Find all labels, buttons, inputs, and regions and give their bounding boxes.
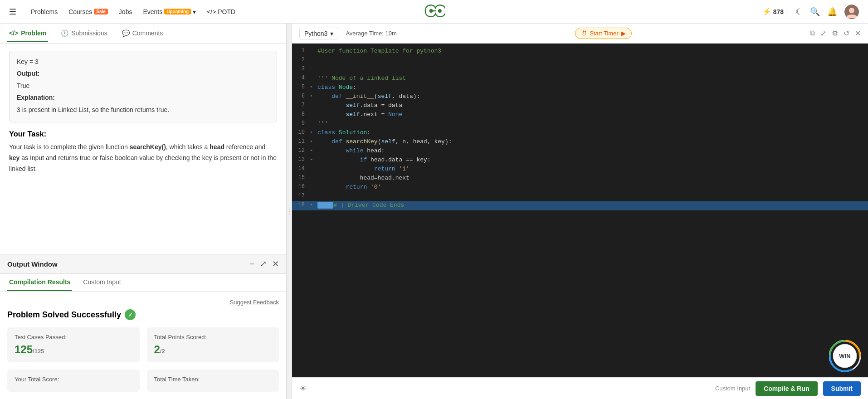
code-line-11: 11 ▸ def searchKey(self, n, head, key): (292, 138, 868, 147)
tab-submissions[interactable]: 🕐 Submissions (59, 25, 109, 42)
success-check-icon: ✓ (125, 309, 136, 320)
nav-courses[interactable]: Courses Sale (68, 8, 108, 15)
submit-button[interactable]: Submit (823, 381, 861, 396)
code-line-6: 6 ▸ def __init__(self, data): (292, 92, 868, 102)
search-icon[interactable]: 🔍 (810, 7, 820, 17)
nav-jobs[interactable]: Jobs (119, 8, 132, 15)
code-line-4: 4 ''' Node of a linked list (292, 74, 868, 83)
code-line-8: 8 self.next = None (292, 111, 868, 120)
copy-icon[interactable]: ⧉ (810, 29, 815, 38)
panel-divider[interactable]: ⋮ (287, 24, 292, 399)
output-window-title: Output Window (7, 260, 58, 268)
hamburger-menu[interactable]: ☰ (9, 7, 16, 17)
editor-actions: Custom Input Compile & Run Submit (715, 381, 861, 396)
brightness-icon[interactable]: ☀ (299, 384, 307, 394)
your-task-section: Your Task: Your task is to complete the … (9, 130, 277, 174)
language-selector[interactable]: Python3 ▾ (299, 28, 338, 39)
explanation-label: Explanation: (17, 94, 55, 101)
tab-problem[interactable]: </> Problem (7, 25, 48, 42)
output-label: Output: (17, 70, 40, 77)
expand-icon[interactable]: ⤢ (820, 29, 826, 38)
code-line-18: 18 ▸ # } Driver Code Ends (292, 201, 868, 210)
lightning-icon: ⚡ (762, 7, 771, 16)
points-label: Total Points Scored: (154, 334, 272, 341)
problem-tabs: </> Problem 🕐 Submissions 💬 Comments (0, 24, 286, 44)
left-panel: </> Problem 🕐 Submissions 💬 Comments Key… (0, 24, 287, 399)
example-box: Key = 3 Output: True Explanation: 3 is p… (9, 51, 277, 122)
code-line-14: 14 return '1' (292, 165, 868, 174)
timer-icon: ⏱ (581, 30, 587, 37)
code-line-16: 16 return '0' (292, 183, 868, 192)
nav-right: ⚡ 878 ↑ ☾ 🔍 🔔 (762, 5, 859, 19)
svg-point-1 (438, 9, 442, 13)
editor-bottom-bar: ☀ Custom Input Compile & Run Submit (292, 377, 868, 399)
points-value: 2/2 (154, 343, 272, 356)
output-value: True (17, 81, 269, 91)
points-box: Total Points Scored: 2/2 (147, 327, 279, 362)
total-score-box: Your Total Score: (7, 370, 140, 392)
close-button[interactable]: ✕ (272, 259, 279, 269)
start-timer-button[interactable]: ⏱ Start Timer ▶ (575, 28, 632, 39)
total-time-label: Total Time Taken: (154, 376, 272, 383)
code-line-5: 5 ▸ class Node: (292, 83, 868, 92)
chevron-down-icon: ▾ (330, 30, 333, 37)
output-body: Suggest Feedback Problem Solved Successf… (0, 292, 286, 399)
code-line-7: 7 self.data = data (292, 102, 868, 111)
site-logo[interactable] (423, 3, 445, 20)
code-line-2: 2 (292, 56, 868, 65)
notification-icon[interactable]: 🔔 (827, 7, 837, 17)
explanation-text: 3 is present in Linked List, so the func… (17, 105, 269, 115)
clock-icon: 🕐 (61, 29, 68, 37)
user-avatar[interactable] (844, 5, 859, 19)
courses-sale-badge: Sale (94, 9, 108, 15)
top-navigation: ☰ Problems Courses Sale Jobs Events Upco… (0, 0, 868, 24)
streak-counter: ⚡ 878 ↑ (762, 7, 788, 16)
nav-problems[interactable]: Problems (31, 8, 58, 15)
divider-handle-icon: ⋮ (286, 207, 293, 216)
code-line-17: 17 (292, 192, 868, 201)
test-cases-box: Test Cases Passed: 125/125 (7, 327, 140, 362)
reset-icon[interactable]: ↺ (844, 29, 849, 38)
output-tabs: Compilation Results Custom Input (0, 274, 286, 292)
win-badge[interactable]: WIN (829, 340, 861, 372)
task-description: Your task is to complete the given funct… (9, 142, 277, 174)
compile-run-button[interactable]: Compile & Run (756, 381, 817, 396)
total-score-label: Your Total Score: (15, 376, 132, 383)
close-editor-icon[interactable]: ✕ (855, 29, 861, 38)
settings-icon[interactable]: ⚙ (832, 29, 838, 38)
code-line-1: 1 #User function Template for python3 (292, 47, 868, 56)
problem-content: Key = 3 Output: True Explanation: 3 is p… (0, 44, 286, 254)
code-editor-panel: Python3 ▾ Average Time: 10m ⏱ Start Time… (292, 24, 868, 399)
minimize-button[interactable]: − (249, 259, 254, 269)
average-time-label: Average Time: 10m (346, 30, 396, 37)
output-header: Output Window − ⤢ ✕ (0, 254, 286, 274)
suggest-feedback-link[interactable]: Suggest Feedback (230, 299, 279, 306)
code-line-15: 15 head=head.next (292, 174, 868, 183)
nav-events[interactable]: Events Upcoming ▾ (143, 8, 196, 15)
streak-up-icon: ↑ (785, 9, 788, 15)
tab-compilation-results[interactable]: Compilation Results (7, 274, 72, 291)
code-line-12: 12 ▸ while head: (292, 147, 868, 156)
editor-toolbar-icons: ⧉ ⤢ ⚙ ↺ ✕ (810, 29, 861, 38)
code-editor[interactable]: 1 #User function Template for python3 2 … (292, 44, 868, 377)
custom-input-link[interactable]: Custom Input (715, 385, 750, 392)
play-icon: ▶ (621, 30, 626, 37)
events-upcoming-badge: Upcoming (164, 9, 191, 15)
nav-potd[interactable]: </> POTD (207, 8, 235, 15)
solved-header: Problem Solved Successfully ✓ (7, 309, 279, 320)
key-label: Key = 3 (17, 57, 269, 67)
main-container: </> Problem 🕐 Submissions 💬 Comments Key… (0, 24, 868, 399)
test-cases-value: 125/125 (15, 343, 132, 356)
maximize-button[interactable]: ⤢ (260, 259, 267, 269)
tab-custom-input[interactable]: Custom Input (81, 274, 122, 291)
code-line-13: 13 ▸ if head.data == key: (292, 156, 868, 165)
stats-row: Test Cases Passed: 125/125 Total Points … (7, 327, 279, 362)
tab-comments[interactable]: 💬 Comments (120, 25, 165, 42)
task-title: Your Task: (9, 130, 277, 138)
svg-point-0 (429, 9, 433, 13)
svg-point-3 (849, 8, 854, 13)
comment-icon: 💬 (122, 29, 130, 37)
theme-toggle-icon[interactable]: ☾ (795, 7, 803, 17)
code-line-3: 3 (292, 65, 868, 74)
code-line-9: 9 ''' (292, 120, 868, 129)
